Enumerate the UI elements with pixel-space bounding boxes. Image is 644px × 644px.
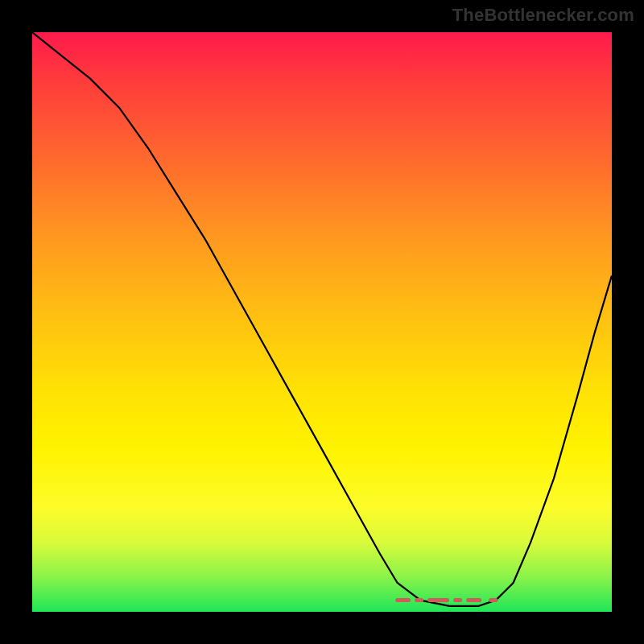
chart-container: TheBottlenecker.com	[0, 0, 644, 644]
watermark-text: TheBottlenecker.com	[452, 5, 634, 26]
main-curve	[32, 32, 612, 606]
curve-layer	[32, 32, 612, 612]
